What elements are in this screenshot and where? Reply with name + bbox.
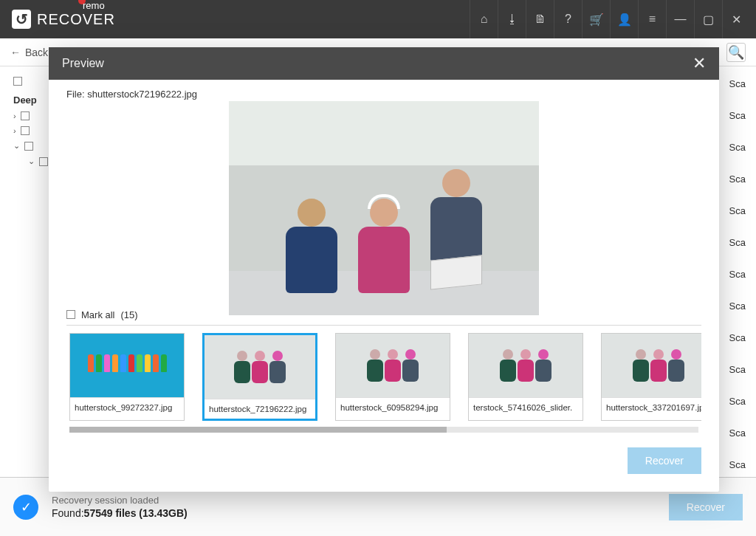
modal-recover-button[interactable]: Recover (628, 447, 701, 474)
titlebar-actions: ⌂ ⭳ 🗎 ? 🛒 👤 ≡ — ▢ ✕ (470, 0, 750, 38)
titlebar: remo RECOVER ⌂ ⭳ 🗎 ? 🛒 👤 ≡ — ▢ ✕ (0, 0, 756, 38)
app-name: remo RECOVER (37, 11, 115, 28)
mark-all-label: Mark all (81, 309, 115, 320)
thumbnail-label: hutterstock_60958294.jpg (336, 397, 450, 417)
thumbnail-strip[interactable]: hutterstock_99272327.jpghutterstock_7219… (66, 326, 701, 427)
thumbnail-label: terstock_57416026_slider. (469, 397, 583, 417)
new-file-icon[interactable]: 🗎 (526, 0, 554, 38)
help-icon[interactable]: ? (554, 0, 582, 38)
app-logo: remo RECOVER (12, 10, 115, 29)
back-button[interactable]: ← Back (10, 47, 48, 58)
brand-label: remo (83, 0, 105, 11)
found-summary: Found:57549 files (13.43GB) (52, 507, 656, 519)
cart-icon[interactable]: 🛒 (582, 0, 610, 38)
session-status: Recovery session loaded (52, 495, 656, 506)
preview-modal: Preview ✕ File: shutterstock72196222.jpg… (49, 47, 719, 492)
download-icon[interactable]: ⭳ (498, 0, 526, 38)
menu-icon[interactable]: ≡ (638, 0, 666, 38)
mark-all-count: (15) (121, 309, 138, 320)
recover-button[interactable]: Recover (669, 494, 743, 520)
preview-image (66, 101, 701, 303)
logo-swirl-icon (12, 10, 31, 29)
home-icon[interactable]: ⌂ (470, 0, 498, 38)
thumbnail-label: hutterstock_337201697.jpg (602, 397, 701, 417)
thumbnail[interactable]: hutterstock_60958294.jpg (335, 333, 450, 421)
checkbox-icon[interactable] (13, 77, 22, 86)
user-icon[interactable]: 👤 (610, 0, 638, 38)
minimize-button[interactable]: — (666, 0, 694, 38)
thumbnail[interactable]: terstock_57416026_slider. (468, 333, 583, 421)
status-check-icon: ✓ (13, 495, 38, 520)
thumbnail[interactable]: hutterstock_72196222.jpg (202, 333, 317, 421)
thumbnail[interactable]: hutterstock_99272327.jpg (69, 333, 185, 421)
search-icon[interactable]: 🔍 (726, 43, 746, 62)
preview-file-label: File: shutterstock72196222.jpg (66, 89, 701, 100)
back-label: Back (25, 47, 48, 58)
thumbnail[interactable]: hutterstock_337201697.jpg (601, 333, 701, 421)
maximize-button[interactable]: ▢ (694, 0, 722, 38)
close-button[interactable]: ✕ (722, 0, 750, 38)
thumbnail-scrollbar[interactable] (69, 427, 698, 433)
thumbnail-label: hutterstock_72196222.jpg (205, 399, 315, 419)
arrow-left-icon: ← (10, 47, 21, 58)
modal-title: Preview (62, 57, 104, 70)
mark-all-checkbox[interactable] (66, 310, 75, 319)
modal-header: Preview ✕ (49, 47, 719, 80)
modal-close-icon[interactable]: ✕ (693, 54, 706, 73)
thumbnail-label: hutterstock_99272327.jpg (70, 397, 184, 417)
